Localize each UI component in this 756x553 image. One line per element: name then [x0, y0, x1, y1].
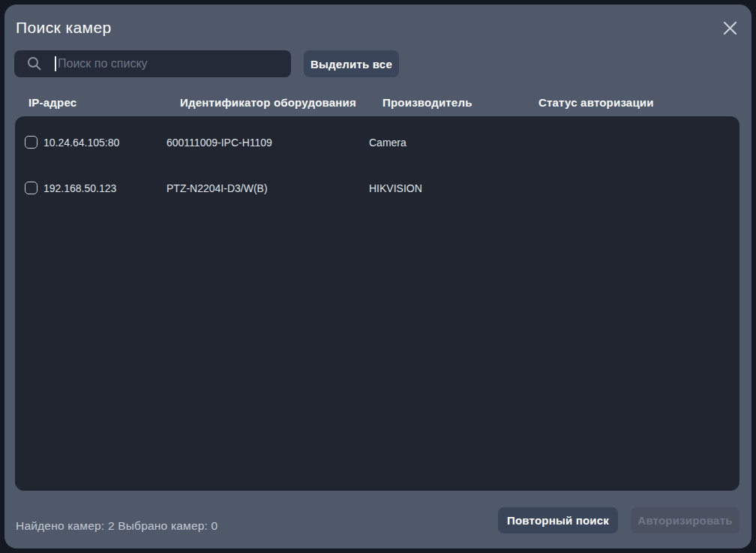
select-all-button[interactable]: Выделить все — [304, 50, 399, 77]
table-row[interactable]: 10.24.64.105:80 600111009-IPC-H1109 Came… — [15, 119, 740, 165]
cell-ip: 10.24.64.105:80 — [44, 137, 119, 149]
camera-table: 10.24.64.105:80 600111009-IPC-H1109 Came… — [15, 116, 740, 491]
table-column-headers: IP-адрес Идентификатор оборудования Прои… — [4, 96, 752, 113]
repeat-search-button[interactable]: Повторный поиск — [498, 507, 618, 533]
table-row[interactable]: 192.168.50.123 PTZ-N2204I-D3/W(B) HIKVIS… — [15, 165, 740, 211]
column-header-ip: IP-адрес — [28, 96, 76, 109]
cell-manufacturer: HIKVISION — [369, 182, 422, 194]
row-checkbox[interactable] — [25, 136, 38, 149]
column-header-manufacturer: Производитель — [382, 96, 472, 109]
close-icon — [722, 20, 738, 36]
cell-device-id: 600111009-IPC-H1109 — [166, 137, 272, 149]
search-box — [14, 50, 291, 77]
cell-ip: 192.168.50.123 — [44, 182, 116, 194]
column-header-auth-status: Статус авторизации — [538, 96, 654, 109]
cell-device-id: PTZ-N2204I-D3/W(B) — [166, 182, 268, 194]
column-header-device-id: Идентификатор оборудования — [180, 96, 356, 109]
text-caret — [55, 56, 56, 71]
summary-text: Найдено камер: 2 Выбрано камер: 0 — [16, 519, 218, 533]
row-checkbox[interactable] — [25, 182, 38, 194]
cell-manufacturer: Camera — [369, 137, 406, 149]
close-button[interactable] — [718, 17, 741, 39]
authorize-button[interactable]: Авторизировать — [631, 507, 740, 533]
camera-search-dialog: Поиск камер Выделить все IP-адрес Иденти… — [4, 5, 752, 548]
page-title: Поиск камер — [16, 19, 112, 37]
